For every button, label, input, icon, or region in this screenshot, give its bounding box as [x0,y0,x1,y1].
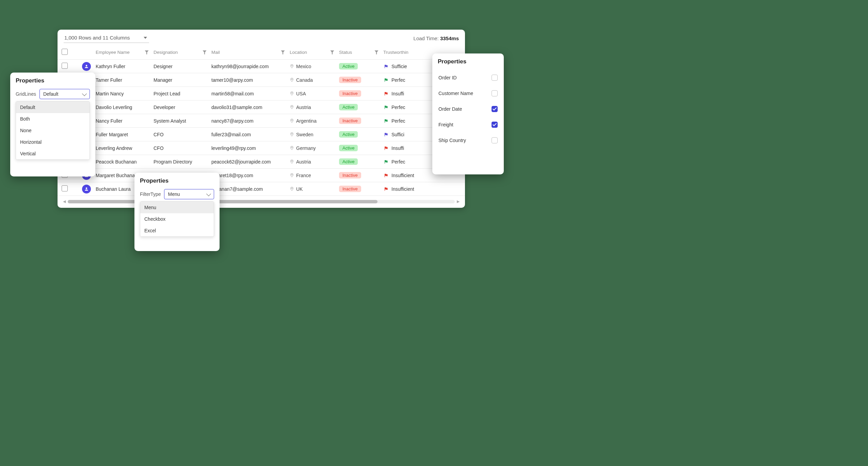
cell-designation: CFO [154,132,211,137]
cell-location: Germany [290,145,339,151]
column-header-location[interactable]: Location [290,50,339,55]
data-grid-panel: 1,000 Rows and 11 Columns Load Time: 335… [58,30,465,208]
column-chooser-checkbox[interactable] [492,90,498,96]
scrollbar-thumb[interactable] [68,200,377,203]
svg-point-9 [291,188,292,189]
cell-status: Active [339,145,383,151]
column-chooser-item[interactable]: Order ID [438,70,498,86]
properties-panel-gridlines: Properties GridLines Default DefaultBoth… [10,73,95,176]
column-chooser-checkbox[interactable] [492,137,498,143]
properties-panel-columns: Properties Order IDCustomer NameOrder Da… [432,53,504,174]
horizontal-scrollbar[interactable] [68,200,455,203]
trust-header-label: Trustworthin [383,50,408,55]
column-header-status[interactable]: Status [339,50,383,55]
table-row[interactable]: Tamer FullerManagertamer10@arpy.comCanad… [58,73,465,87]
cell-mail: nancy87@arpy.com [211,118,290,124]
grid-footer: ◀ ▶ [58,197,465,208]
cell-mail: martin58@mail.com [211,91,290,96]
cell-location: Austria [290,105,339,110]
cell-trust: Perfec [383,159,429,165]
select-all-checkbox[interactable] [62,49,68,55]
cell-trust: Insufficient [383,173,429,178]
status-badge: Active [339,131,358,138]
column-header-mail[interactable]: Mail [211,50,290,55]
chevron-down-icon [206,191,211,196]
row-checkbox[interactable] [62,63,68,69]
cell-designation: System Analyst [154,118,211,124]
cell-status: Active [339,158,383,165]
filtertype-option[interactable]: Excel [140,225,214,236]
svg-point-1 [291,79,292,80]
panel-title: Properties [140,177,214,184]
status-badge: Active [339,158,358,165]
panel-title: Properties [438,58,498,65]
cell-location: Argentina [290,118,339,124]
cell-status: Inactive [339,90,383,97]
cell-mail: davolio31@sample.com [211,105,290,110]
cell-location: Sweden [290,132,339,137]
cell-trust: Sufficie [383,64,429,69]
panel-title: Properties [16,77,90,84]
cell-mail: kathryn98@jourrapide.com [211,64,290,69]
flag-icon [383,78,389,82]
table-row[interactable]: Margaret Buchananargaret18@rpy.comFrance… [58,169,465,182]
column-chooser-item[interactable]: Freight [438,117,498,133]
table-row[interactable]: Buchanan Laurauchanan7@sample.comUKInact… [58,182,465,196]
column-header-name[interactable]: Employee Name [96,50,154,55]
avatar [82,62,91,71]
table-row[interactable]: Leverling AndrewCFOleverling49@rpy.comGe… [58,141,465,155]
table-row[interactable]: Fuller MargaretCFOfuller23@mail.comSwede… [58,128,465,141]
column-chooser-checkbox[interactable] [492,106,498,112]
table-row[interactable]: Davolio LeverlingDeveloperdavolio31@samp… [58,100,465,114]
scroll-left-icon[interactable]: ◀ [63,199,66,204]
cell-name: Peacock Buchanan [96,159,154,165]
grid-body: Kathryn FullerDesignerkathryn98@jourrapi… [58,60,465,196]
cell-status: Inactive [339,172,383,178]
grid-header-row: Employee Name Designation Mail Location … [58,45,465,60]
cell-trust: Insuffi [383,145,429,151]
column-chooser-item[interactable]: Order Date [438,101,498,117]
column-chooser-checkbox[interactable] [492,75,498,81]
location-pin-icon [290,173,294,177]
table-row[interactable]: Nancy FullerSystem Analystnancy87@arpy.c… [58,114,465,128]
cell-location: USA [290,91,339,96]
scroll-right-icon[interactable]: ▶ [457,199,460,204]
filtertype-combobox[interactable]: Menu [164,189,214,199]
gridlines-combobox[interactable]: Default [39,89,90,99]
cell-status: Active [339,131,383,138]
table-row[interactable]: Kathryn FullerDesignerkathryn98@jourrapi… [58,60,465,73]
filtertype-option[interactable]: Checkbox [140,213,214,225]
cell-location: France [290,173,339,178]
cell-trust: Suffici [383,132,429,137]
chevron-down-icon [82,91,87,96]
column-chooser-checkbox[interactable] [492,122,498,128]
gridlines-option[interactable]: Horizontal [16,136,90,148]
svg-point-4 [291,120,292,121]
column-header-designation[interactable]: Designation [154,50,211,55]
table-row[interactable]: Martin NancyProject Leadmartin58@mail.co… [58,87,465,100]
filter-icon[interactable] [281,50,285,55]
filter-icon[interactable] [203,50,207,55]
row-count-selector[interactable]: 1,000 Rows and 11 Columns [64,33,149,43]
column-header-trust[interactable]: Trustworthin [383,50,429,55]
filtertype-option[interactable]: Menu [140,202,214,213]
flag-icon [383,173,389,178]
gridlines-option[interactable]: Default [16,102,90,113]
filtertype-dropdown: MenuCheckboxExcel [140,201,214,237]
filter-icon[interactable] [145,50,149,55]
column-chooser-item[interactable]: Customer Name [438,86,498,101]
column-chooser-label: Order ID [438,75,457,80]
cell-designation: Program Directory [154,159,211,165]
row-checkbox[interactable] [62,185,68,191]
filter-icon[interactable] [330,50,334,55]
filter-icon[interactable] [374,50,379,55]
table-row[interactable]: Peacock BuchananProgram Directorypeacock… [58,155,465,169]
gridlines-option[interactable]: Vertical [16,148,90,159]
properties-panel-filter: Properties FilterType Menu MenuCheckboxE… [134,173,220,251]
gridlines-option[interactable]: Both [16,113,90,125]
gridlines-option[interactable]: None [16,125,90,136]
column-chooser-item[interactable]: Ship Country [438,133,498,148]
filtertype-field-label: FilterType [140,191,161,197]
flag-icon [383,64,389,69]
column-chooser-label: Freight [438,122,453,127]
